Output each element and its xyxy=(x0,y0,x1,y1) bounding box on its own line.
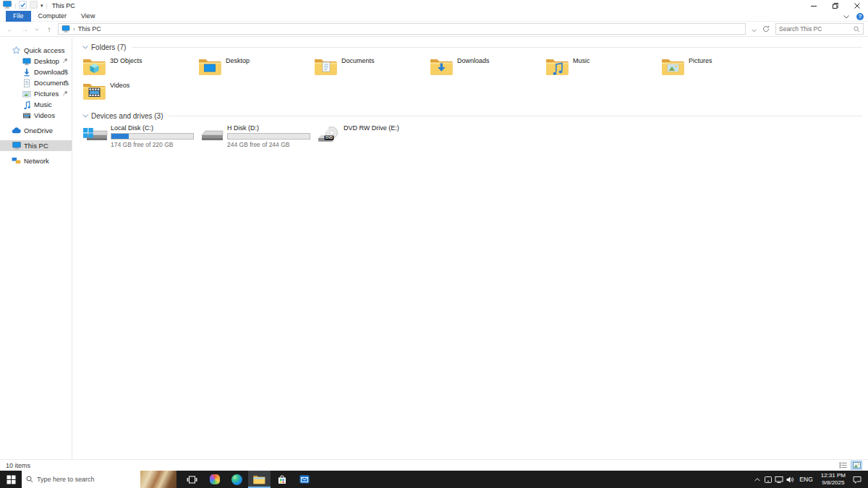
taskbar-file-explorer[interactable] xyxy=(248,471,271,488)
sidebar-item-documents[interactable]: Documents xyxy=(0,77,72,88)
sidebar-item-videos[interactable]: Videos xyxy=(0,110,72,121)
drive-tile-local-disk-c-[interactable]: Local Disk (C:)174 GB free of 220 GB xyxy=(82,124,199,148)
pin-icon xyxy=(62,90,68,96)
group-divider xyxy=(132,47,862,48)
taskbar-search-input[interactable] xyxy=(37,476,116,483)
search-input[interactable] xyxy=(779,25,854,33)
search-highlight-image[interactable] xyxy=(140,471,176,488)
sidebar-item-quick-access[interactable]: Quick access xyxy=(0,45,72,56)
drive-tile-dvd-rw-drive-e-[interactable]: DVDDVD RW Drive (E:) xyxy=(315,124,432,148)
thumbnail-view-icon[interactable] xyxy=(851,461,862,470)
drive-usage-bar xyxy=(227,133,310,140)
qat-customize-caret-icon[interactable]: ▾ xyxy=(41,3,43,9)
svg-text:DVD: DVD xyxy=(326,136,333,140)
address-bar: ← → ↑ › This PC xyxy=(0,22,868,37)
recent-locations-icon[interactable] xyxy=(33,27,41,32)
search-box[interactable] xyxy=(775,23,864,35)
folder-tile-label: Pictures xyxy=(689,57,712,76)
folder-tile-pictures[interactable]: Pictures xyxy=(661,56,777,76)
tray-chevron-up-icon[interactable] xyxy=(752,471,762,488)
folder-tile-documents[interactable]: Documents xyxy=(314,56,430,76)
music-icon xyxy=(22,100,31,109)
folder-tile-downloads[interactable]: Downloads xyxy=(430,56,545,76)
documents-icon xyxy=(22,79,31,87)
refresh-icon[interactable] xyxy=(762,22,770,35)
sidebar-item-label: OneDrive xyxy=(24,127,53,134)
pictures-icon xyxy=(22,90,31,98)
taskbar-task-view[interactable] xyxy=(181,471,203,488)
up-icon[interactable]: ↑ xyxy=(43,25,55,33)
quick-access-toolbar: | ▾ | xyxy=(0,1,48,10)
taskbar-search[interactable] xyxy=(22,471,176,488)
breadcrumb[interactable]: This PC xyxy=(78,25,101,33)
navigation-pane: Quick accessDesktopDownloadsDocumentsPic… xyxy=(0,38,72,459)
app-icon xyxy=(3,1,12,10)
back-icon[interactable]: ← xyxy=(4,25,16,33)
folder-tile-label: Documents xyxy=(341,57,375,76)
taskbar-copilot[interactable] xyxy=(203,471,226,488)
ribbon-collapse-icon[interactable] xyxy=(843,13,849,20)
folder-tile-music[interactable]: Music xyxy=(545,56,661,76)
chevron-down-icon[interactable] xyxy=(82,46,88,49)
minimize-button[interactable] xyxy=(803,0,825,11)
sidebar-item-desktop[interactable]: Desktop xyxy=(0,56,72,67)
group-folders: Folders (7)3D ObjectsDesktopDocumentsDow… xyxy=(82,43,862,105)
onedrive-icon xyxy=(12,127,21,135)
drive-info: Local Disk (C:)174 GB free of 220 GB xyxy=(111,124,195,148)
sidebar-item-label: Desktop xyxy=(34,57,59,65)
taskbar-mail[interactable] xyxy=(293,471,315,488)
chevron-down-icon[interactable] xyxy=(82,114,88,118)
tray-volume-icon[interactable] xyxy=(784,471,795,488)
folder-tile-desktop[interactable]: Desktop xyxy=(198,56,314,76)
clock[interactable]: 12:31 PM 9/8/2025 xyxy=(817,472,849,486)
search-icon xyxy=(26,476,33,483)
restore-button[interactable] xyxy=(825,0,846,11)
taskbar-edge[interactable] xyxy=(226,471,248,488)
group-name[interactable]: Folders (7) xyxy=(91,43,126,51)
sidebar-item-onedrive[interactable]: OneDrive xyxy=(0,125,72,136)
details-view-icon[interactable] xyxy=(837,461,848,470)
separator: | xyxy=(14,2,16,9)
folder-desktop-icon xyxy=(198,56,222,76)
sidebar-item-pictures[interactable]: Pictures xyxy=(0,88,72,99)
drive-name: DVD RW Drive (E:) xyxy=(344,124,427,132)
tab-computer[interactable]: Computer xyxy=(31,11,75,22)
start-button[interactable] xyxy=(0,471,22,488)
close-button[interactable] xyxy=(846,0,868,11)
taskbar-store[interactable] xyxy=(271,471,293,488)
separator: | xyxy=(46,2,48,9)
ribbon-tab-bar: FileComputerView ? xyxy=(0,11,868,22)
folder-tile-videos[interactable]: Videos xyxy=(82,80,198,100)
address-dropdown-icon[interactable] xyxy=(752,22,757,35)
action-center-icon[interactable] xyxy=(849,471,865,488)
group-name[interactable]: Devices and drives (3) xyxy=(91,112,163,120)
drive-tile-h-disk-d-[interactable]: H Disk (D:)244 GB free of 244 GB xyxy=(199,124,315,148)
sidebar-item-music[interactable]: Music xyxy=(0,99,72,110)
sidebar-item-label: Videos xyxy=(34,111,55,119)
qat-properties-icon[interactable] xyxy=(19,1,27,10)
network-icon xyxy=(12,157,21,166)
folder-tile-3d-objects[interactable]: 3D Objects xyxy=(82,56,198,76)
address-box[interactable]: › This PC xyxy=(58,23,746,35)
help-icon[interactable]: ? xyxy=(856,13,864,20)
windows-logo-icon xyxy=(7,475,16,484)
thispc-icon xyxy=(12,142,21,150)
mail-icon xyxy=(299,474,310,484)
clock-date: 9/8/2025 xyxy=(821,479,846,487)
drive-icon xyxy=(199,126,225,145)
sidebar-item-downloads[interactable]: Downloads xyxy=(0,67,72,77)
sidebar-item-this-pc[interactable]: This PC xyxy=(0,140,72,151)
tray-network-tray-icon[interactable] xyxy=(773,471,784,488)
forward-icon[interactable]: → xyxy=(19,25,30,33)
drive-info: H Disk (D:)244 GB free of 244 GB xyxy=(227,124,311,148)
tray-tablet-icon[interactable] xyxy=(762,471,773,488)
tile-grid: 3D ObjectsDesktopDocumentsDownloadsMusic… xyxy=(82,56,862,105)
tab-view[interactable]: View xyxy=(74,11,102,22)
language-indicator[interactable]: ENG xyxy=(795,476,817,483)
edge-icon xyxy=(231,474,242,485)
folder-documents-icon xyxy=(314,56,338,76)
tab-file[interactable]: File xyxy=(6,11,31,22)
sidebar-item-network[interactable]: Network xyxy=(0,155,72,166)
pin-icon xyxy=(62,80,68,85)
qat-newfolder-icon[interactable] xyxy=(30,1,38,10)
